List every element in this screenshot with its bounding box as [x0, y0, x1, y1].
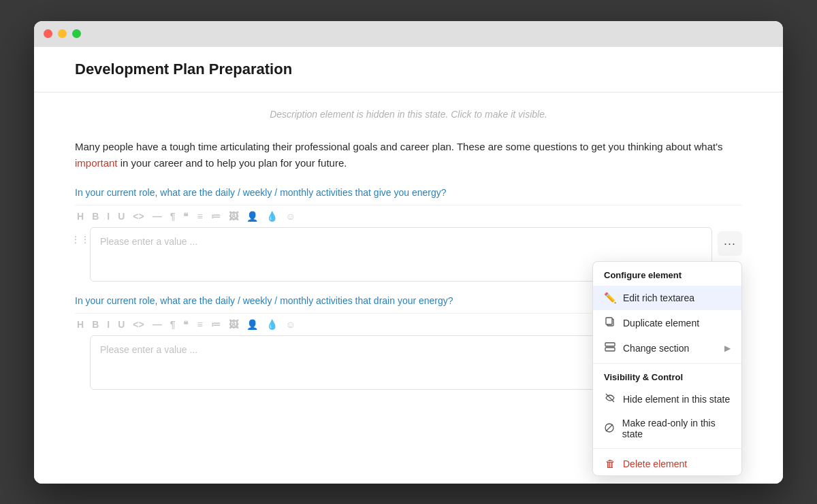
dropdown-item-hide-label: Hide element in this state: [623, 394, 730, 405]
dropdown-item-duplicate-label: Duplicate element: [623, 318, 699, 329]
dropdown-item-hide[interactable]: Hide element in this state: [593, 386, 741, 411]
element-row-1: ⋮⋮ Please enter a value ... ··· Configur…: [75, 227, 742, 282]
dropdown-menu: Configure element ✏️ Edit rich textarea: [592, 261, 742, 476]
toolbar-i[interactable]: I: [105, 209, 112, 223]
svg-rect-2: [605, 343, 615, 346]
toolbar2-h[interactable]: H: [75, 318, 86, 331]
duplicate-icon: [604, 316, 616, 329]
maximize-button[interactable]: [72, 29, 81, 38]
toolbar2-emoji[interactable]: ☺: [284, 318, 298, 331]
dropdown-item-readonly[interactable]: Make read-only in this state: [593, 411, 741, 446]
toolbar-hr[interactable]: —: [150, 209, 164, 223]
toolbar-color[interactable]: 💧: [264, 209, 280, 223]
textarea-1-placeholder: Please enter a value ...: [91, 228, 711, 255]
intro-paragraph: Many people have a tough time articulati…: [75, 127, 742, 181]
content-area: Development Plan Preparation Description…: [34, 47, 783, 484]
more-button-1[interactable]: ···: [718, 231, 742, 256]
question1-label: In your current role, what are the daily…: [75, 187, 742, 198]
visibility-section-label: Visibility & Control: [593, 367, 741, 386]
toolbar-emoji[interactable]: ☺: [284, 209, 298, 223]
dropdown-item-change-section[interactable]: Change section ▶: [593, 335, 741, 360]
toolbar2-list[interactable]: ≡: [195, 318, 204, 331]
dropdown-item-duplicate[interactable]: Duplicate element: [593, 310, 741, 335]
dropdown-item-readonly-label: Make read-only in this state: [622, 418, 731, 439]
toolbar2-code[interactable]: <>: [131, 318, 146, 331]
toolbar-paragraph[interactable]: ¶: [168, 209, 178, 223]
dropdown-item-delete[interactable]: 🗑 Delete element: [593, 452, 741, 475]
svg-line-6: [606, 424, 613, 431]
toolbar2-hr[interactable]: —: [150, 318, 164, 331]
app-window: Development Plan Preparation Description…: [34, 21, 783, 484]
svg-rect-1: [606, 318, 612, 324]
divider-1: [593, 363, 741, 364]
toolbar-1: H B I U <> — ¶ ❝ ≡ ≔ 🖼 👤 💧 ☺: [75, 205, 742, 227]
dropdown-item-edit-label: Edit rich textarea: [623, 292, 694, 303]
delete-icon: 🗑: [604, 458, 616, 469]
more-menu-container-1: ··· Configure element ✏️ Edit rich texta…: [712, 227, 742, 256]
toolbar2-image[interactable]: 🖼: [227, 318, 240, 331]
divider-2: [593, 448, 741, 449]
dropdown-item-delete-label: Delete element: [623, 458, 687, 469]
dropdown-item-edit[interactable]: ✏️ Edit rich textarea: [593, 286, 741, 310]
readonly-icon: [604, 422, 615, 435]
toolbar2-color[interactable]: 💧: [264, 318, 280, 331]
toolbar2-b[interactable]: B: [90, 318, 101, 331]
toolbar-ordered-list[interactable]: ≔: [209, 209, 223, 223]
toolbar-code[interactable]: <>: [131, 209, 146, 223]
close-button[interactable]: [44, 29, 52, 38]
hide-icon: [604, 392, 616, 405]
toolbar-list[interactable]: ≡: [195, 209, 204, 223]
toolbar-quote[interactable]: ❝: [181, 209, 191, 223]
toolbar2-quote[interactable]: ❝: [181, 318, 191, 331]
edit-icon: ✏️: [604, 292, 616, 304]
chevron-right-icon: ▶: [724, 343, 731, 353]
section-question1: In your current role, what are the daily…: [75, 187, 742, 282]
toolbar-image[interactable]: 🖼: [227, 209, 240, 223]
toolbar2-ordered-list[interactable]: ≔: [209, 318, 223, 331]
toolbar2-i[interactable]: I: [105, 318, 112, 331]
change-section-icon: [604, 341, 616, 354]
description-hidden-notice[interactable]: Description element is hidden in this st…: [75, 93, 742, 127]
toolbar2-paragraph[interactable]: ¶: [168, 318, 178, 331]
page-header: Development Plan Preparation: [34, 47, 783, 93]
page-title: Development Plan Preparation: [75, 61, 742, 78]
titlebar: [34, 21, 783, 47]
intro-text-content: Many people have a tough time articulati…: [75, 141, 723, 169]
toolbar-b[interactable]: B: [90, 209, 101, 223]
toolbar2-u[interactable]: U: [116, 318, 127, 331]
toolbar-h[interactable]: H: [75, 209, 86, 223]
page-body: Description element is hidden in this st…: [34, 93, 783, 484]
drag-handle-1[interactable]: ⋮⋮: [75, 234, 86, 245]
toolbar-u[interactable]: U: [116, 209, 127, 223]
minimize-button[interactable]: [58, 29, 67, 38]
dropdown-item-change-section-label: Change section: [623, 343, 689, 354]
configure-section-label: Configure element: [593, 262, 741, 286]
svg-rect-3: [605, 348, 615, 351]
toolbar-user[interactable]: 👤: [244, 209, 260, 223]
toolbar2-user[interactable]: 👤: [244, 318, 260, 331]
